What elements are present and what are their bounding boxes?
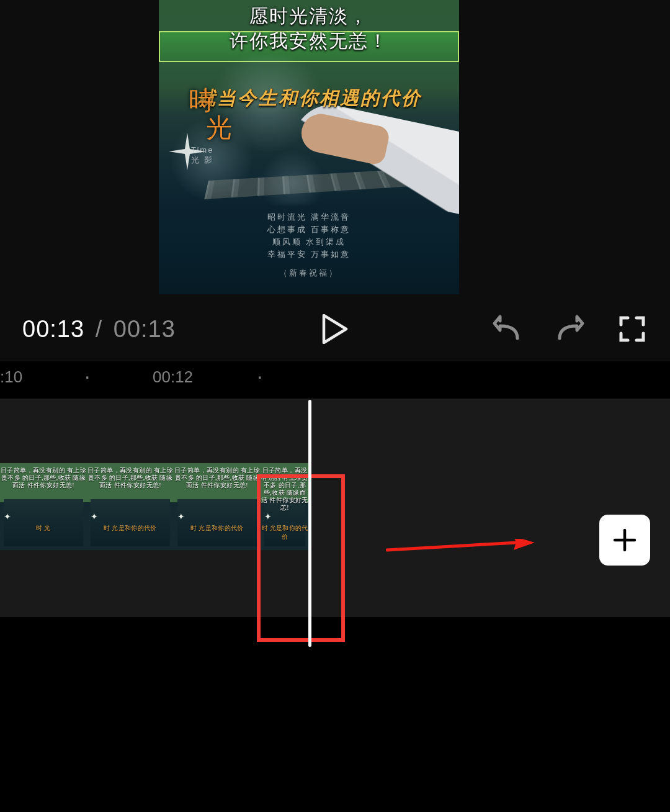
- player-controls: 00:13 / 00:13: [0, 310, 670, 348]
- redo-button[interactable]: [556, 315, 584, 343]
- thumb-text: 日子简单，再没有别的 有上珍贵不多 的日子,那些,收获 随缘而活 件件你安好无恙…: [87, 467, 174, 489]
- poster-subtitle: Time 光 影: [191, 145, 213, 166]
- ruler-label-10: :10: [0, 368, 22, 387]
- plus-icon: [611, 526, 638, 554]
- sparkle-icon: ✦: [4, 512, 11, 521]
- clip-thumbnail: 日子简单，再没有别的 有上珍贵不多 的日子,那些,收获 随缘而活 件件你安好无恙…: [174, 463, 261, 550]
- playhead[interactable]: [308, 400, 311, 647]
- overlay-caption-line1: 愿时光清淡，: [159, 4, 459, 29]
- credits-line4: 幸福平安 万事如意: [159, 248, 459, 261]
- ruler-label-12: 00:12: [153, 368, 193, 387]
- thumb-text: 日子简单，再没有别的 有上珍贵不多 的日子,那些,收获 随缘而活 件件你安好无恙…: [0, 467, 87, 489]
- poster-subtitle-2: 光 影: [191, 155, 213, 166]
- timeline[interactable]: :10 · 00:12 · 日子简单，再没有别的 有上珍贵不多 的日子,那些,收…: [0, 361, 670, 812]
- timecode: 00:13 / 00:13: [0, 316, 176, 343]
- clip-thumbnail: 日子简单，再没有别的 有上珍贵不多 的日子,那些,收获 随缘而活 件件你安好无恙…: [0, 463, 87, 550]
- undo-button[interactable]: [493, 315, 521, 343]
- undo-icon: [493, 315, 521, 343]
- add-clip-button[interactable]: [599, 515, 650, 566]
- credits-line3: 顺风顺 水到渠成: [159, 236, 459, 248]
- play-icon: [321, 314, 349, 344]
- right-controls: [493, 315, 670, 343]
- sparkle-icon: ✦: [177, 512, 185, 521]
- tracks-area[interactable]: 日子简单，再没有别的 有上珍贵不多 的日子,那些,收获 随缘而活 件件你安好无恙…: [0, 399, 670, 617]
- credits-line1: 昭时流光 满华流音: [159, 211, 459, 223]
- overlay-caption-top: 愿时光清淡， 许你我安然无恙！: [159, 4, 459, 53]
- sparkle-icon: ✦: [91, 512, 98, 521]
- thumb-lyric: 时 光是和你的代价: [87, 524, 174, 533]
- redo-icon: [556, 315, 584, 343]
- poster-title: 時 光: [189, 87, 232, 142]
- annotation-highlight-box: [257, 474, 345, 642]
- ruler-dot-1: ·: [84, 364, 90, 388]
- total-duration: 00:13: [114, 316, 176, 342]
- credits-line2: 心想事成 百事称意: [159, 223, 459, 236]
- annotation-arrow: [386, 539, 535, 555]
- overlay-caption-line2: 许你我安然无恙！: [159, 29, 459, 53]
- play-button[interactable]: [321, 314, 349, 344]
- ruler-dot-2: ·: [257, 364, 262, 388]
- time-ruler[interactable]: :10 · 00:12 ·: [0, 361, 670, 399]
- poster-title-char1: 時: [189, 87, 232, 114]
- video-preview[interactable]: 愿时光清淡， 许你我安然无恙！ 就当今生和你相遇的代价 時 光 Time 光 影…: [159, 0, 459, 294]
- thumb-text: 日子简单，再没有别的 有上珍贵不多 的日子,那些,收获 随缘而活 件件你安好无恙…: [174, 467, 261, 489]
- clip-thumbnail: 日子简单，再没有别的 有上珍贵不多 的日子,那些,收获 随缘而活 件件你安好无恙…: [87, 463, 174, 550]
- thumb-lyric: 时 光是和你的代价: [174, 524, 261, 533]
- fullscreen-button[interactable]: [619, 315, 645, 343]
- poster-subtitle-1: Time: [191, 145, 213, 155]
- svg-marker-3: [514, 539, 535, 550]
- current-time: 00:13: [22, 316, 84, 342]
- fullscreen-icon: [619, 316, 645, 342]
- svg-line-2: [387, 543, 517, 550]
- thumb-lyric: 时 光: [0, 524, 87, 533]
- time-separator: /: [92, 316, 107, 342]
- credits-line5: （新春祝福）: [159, 267, 459, 279]
- poster-credits: 昭时流光 满华流音 心想事成 百事称意 顺风顺 水到渠成 幸福平安 万事如意 （…: [159, 211, 459, 279]
- poster-title-char2: 光: [206, 114, 232, 142]
